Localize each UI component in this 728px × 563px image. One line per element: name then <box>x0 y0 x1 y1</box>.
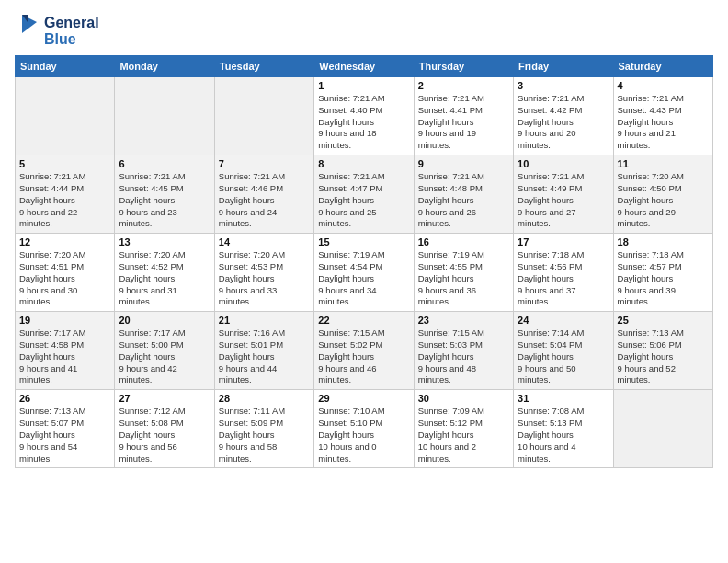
day-number: 1 <box>318 80 409 91</box>
day-info: Sunrise: 7:21 AMSunset: 4:46 PMDaylight … <box>219 171 310 230</box>
weekday-header-friday: Friday <box>514 56 613 77</box>
day-number: 22 <box>318 315 409 326</box>
day-info: Sunrise: 7:08 AMSunset: 5:13 PMDaylight … <box>518 406 609 465</box>
weekday-header-wednesday: Wednesday <box>314 56 414 77</box>
day-number: 12 <box>19 236 110 247</box>
day-info: Sunrise: 7:21 AMSunset: 4:40 PMDaylight … <box>318 93 409 152</box>
calendar-cell: 28Sunrise: 7:11 AMSunset: 5:09 PMDayligh… <box>214 390 313 468</box>
day-info: Sunrise: 7:13 AMSunset: 5:06 PMDaylight … <box>618 327 709 386</box>
calendar-cell: 18Sunrise: 7:18 AMSunset: 4:57 PMDayligh… <box>613 234 712 312</box>
svg-text:General: General <box>44 15 99 30</box>
day-info: Sunrise: 7:21 AMSunset: 4:47 PMDaylight … <box>318 171 409 230</box>
calendar-week-3: 12Sunrise: 7:20 AMSunset: 4:51 PMDayligh… <box>16 234 713 312</box>
day-info: Sunrise: 7:09 AMSunset: 5:12 PMDaylight … <box>418 406 509 465</box>
day-info: Sunrise: 7:14 AMSunset: 5:04 PMDaylight … <box>518 327 609 386</box>
calendar-cell: 15Sunrise: 7:19 AMSunset: 4:54 PMDayligh… <box>314 234 414 312</box>
calendar-cell: 25Sunrise: 7:13 AMSunset: 5:06 PMDayligh… <box>613 312 712 390</box>
day-number: 15 <box>318 236 409 247</box>
day-number: 30 <box>418 393 509 404</box>
weekday-header-tuesday: Tuesday <box>214 56 313 77</box>
calendar-cell: 27Sunrise: 7:12 AMSunset: 5:08 PMDayligh… <box>115 390 214 468</box>
day-number: 3 <box>518 80 609 91</box>
day-info: Sunrise: 7:21 AMSunset: 4:45 PMDaylight … <box>119 171 210 230</box>
day-info: Sunrise: 7:12 AMSunset: 5:08 PMDaylight … <box>119 406 210 465</box>
calendar-cell: 2Sunrise: 7:21 AMSunset: 4:41 PMDaylight… <box>414 77 513 155</box>
day-info: Sunrise: 7:19 AMSunset: 4:54 PMDaylight … <box>318 249 409 308</box>
day-number: 26 <box>19 393 110 404</box>
weekday-header-thursday: Thursday <box>414 56 513 77</box>
calendar-cell: 31Sunrise: 7:08 AMSunset: 5:13 PMDayligh… <box>514 390 613 468</box>
day-number: 10 <box>518 158 609 169</box>
day-number: 7 <box>219 158 310 169</box>
day-number: 24 <box>518 315 609 326</box>
calendar-cell: 16Sunrise: 7:19 AMSunset: 4:55 PMDayligh… <box>414 234 513 312</box>
day-info: Sunrise: 7:21 AMSunset: 4:49 PMDaylight … <box>518 171 609 230</box>
day-info: Sunrise: 7:20 AMSunset: 4:53 PMDaylight … <box>219 249 310 308</box>
calendar-cell: 17Sunrise: 7:18 AMSunset: 4:56 PMDayligh… <box>514 234 613 312</box>
day-info: Sunrise: 7:21 AMSunset: 4:42 PMDaylight … <box>518 93 609 152</box>
page: General Blue SundayMondayTuesdayWednesda… <box>0 0 728 563</box>
logo-svg: General Blue <box>15 9 116 50</box>
day-number: 8 <box>318 158 409 169</box>
day-number: 23 <box>418 315 509 326</box>
calendar-cell: 21Sunrise: 7:16 AMSunset: 5:01 PMDayligh… <box>214 312 313 390</box>
svg-text:Blue: Blue <box>44 31 76 47</box>
day-info: Sunrise: 7:11 AMSunset: 5:09 PMDaylight … <box>219 406 310 465</box>
day-number: 19 <box>19 315 110 326</box>
calendar-cell: 7Sunrise: 7:21 AMSunset: 4:46 PMDaylight… <box>214 155 313 234</box>
calendar-cell: 3Sunrise: 7:21 AMSunset: 4:42 PMDaylight… <box>514 77 613 155</box>
calendar-cell: 23Sunrise: 7:15 AMSunset: 5:03 PMDayligh… <box>414 312 513 390</box>
day-info: Sunrise: 7:21 AMSunset: 4:41 PMDaylight … <box>418 93 509 152</box>
logo: General Blue <box>15 9 116 50</box>
calendar-cell: 29Sunrise: 7:10 AMSunset: 5:10 PMDayligh… <box>314 390 414 468</box>
day-info: Sunrise: 7:18 AMSunset: 4:57 PMDaylight … <box>618 249 709 308</box>
day-number: 29 <box>318 393 409 404</box>
weekday-header-saturday: Saturday <box>613 56 712 77</box>
day-info: Sunrise: 7:21 AMSunset: 4:43 PMDaylight … <box>618 93 709 152</box>
calendar-cell: 1Sunrise: 7:21 AMSunset: 4:40 PMDaylight… <box>314 77 414 155</box>
day-info: Sunrise: 7:20 AMSunset: 4:50 PMDaylight … <box>618 171 709 230</box>
day-info: Sunrise: 7:20 AMSunset: 4:52 PMDaylight … <box>119 249 210 308</box>
day-number: 11 <box>618 158 709 169</box>
day-number: 16 <box>418 236 509 247</box>
calendar-cell: 12Sunrise: 7:20 AMSunset: 4:51 PMDayligh… <box>16 234 115 312</box>
header: General Blue <box>15 9 713 50</box>
day-number: 2 <box>418 80 509 91</box>
calendar-cell <box>16 77 115 155</box>
calendar-table: SundayMondayTuesdayWednesdayThursdayFrid… <box>15 55 713 468</box>
day-info: Sunrise: 7:10 AMSunset: 5:10 PMDaylight … <box>318 406 409 465</box>
day-number: 31 <box>518 393 609 404</box>
day-info: Sunrise: 7:17 AMSunset: 5:00 PMDaylight … <box>119 327 210 386</box>
calendar-week-5: 26Sunrise: 7:13 AMSunset: 5:07 PMDayligh… <box>16 390 713 468</box>
day-number: 9 <box>418 158 509 169</box>
calendar-cell: 20Sunrise: 7:17 AMSunset: 5:00 PMDayligh… <box>115 312 214 390</box>
calendar-cell <box>613 390 712 468</box>
calendar-week-4: 19Sunrise: 7:17 AMSunset: 4:58 PMDayligh… <box>16 312 713 390</box>
day-number: 18 <box>618 236 709 247</box>
day-info: Sunrise: 7:15 AMSunset: 5:02 PMDaylight … <box>318 327 409 386</box>
day-number: 21 <box>219 315 310 326</box>
calendar-cell: 24Sunrise: 7:14 AMSunset: 5:04 PMDayligh… <box>514 312 613 390</box>
day-info: Sunrise: 7:13 AMSunset: 5:07 PMDaylight … <box>19 406 110 465</box>
day-info: Sunrise: 7:19 AMSunset: 4:55 PMDaylight … <box>418 249 509 308</box>
day-number: 5 <box>19 158 110 169</box>
calendar-cell: 5Sunrise: 7:21 AMSunset: 4:44 PMDaylight… <box>16 155 115 234</box>
day-info: Sunrise: 7:21 AMSunset: 4:48 PMDaylight … <box>418 171 509 230</box>
calendar-cell: 26Sunrise: 7:13 AMSunset: 5:07 PMDayligh… <box>16 390 115 468</box>
day-info: Sunrise: 7:15 AMSunset: 5:03 PMDaylight … <box>418 327 509 386</box>
calendar-cell: 8Sunrise: 7:21 AMSunset: 4:47 PMDaylight… <box>314 155 414 234</box>
day-info: Sunrise: 7:18 AMSunset: 4:56 PMDaylight … <box>518 249 609 308</box>
calendar-cell: 4Sunrise: 7:21 AMSunset: 4:43 PMDaylight… <box>613 77 712 155</box>
weekday-header-sunday: Sunday <box>16 56 115 77</box>
calendar-cell: 6Sunrise: 7:21 AMSunset: 4:45 PMDaylight… <box>115 155 214 234</box>
day-number: 27 <box>119 393 210 404</box>
calendar-cell: 10Sunrise: 7:21 AMSunset: 4:49 PMDayligh… <box>514 155 613 234</box>
calendar-cell: 22Sunrise: 7:15 AMSunset: 5:02 PMDayligh… <box>314 312 414 390</box>
day-info: Sunrise: 7:17 AMSunset: 4:58 PMDaylight … <box>19 327 110 386</box>
day-info: Sunrise: 7:16 AMSunset: 5:01 PMDaylight … <box>219 327 310 386</box>
calendar-cell: 30Sunrise: 7:09 AMSunset: 5:12 PMDayligh… <box>414 390 513 468</box>
calendar-cell: 13Sunrise: 7:20 AMSunset: 4:52 PMDayligh… <box>115 234 214 312</box>
day-number: 14 <box>219 236 310 247</box>
day-number: 20 <box>119 315 210 326</box>
calendar-cell: 14Sunrise: 7:20 AMSunset: 4:53 PMDayligh… <box>214 234 313 312</box>
